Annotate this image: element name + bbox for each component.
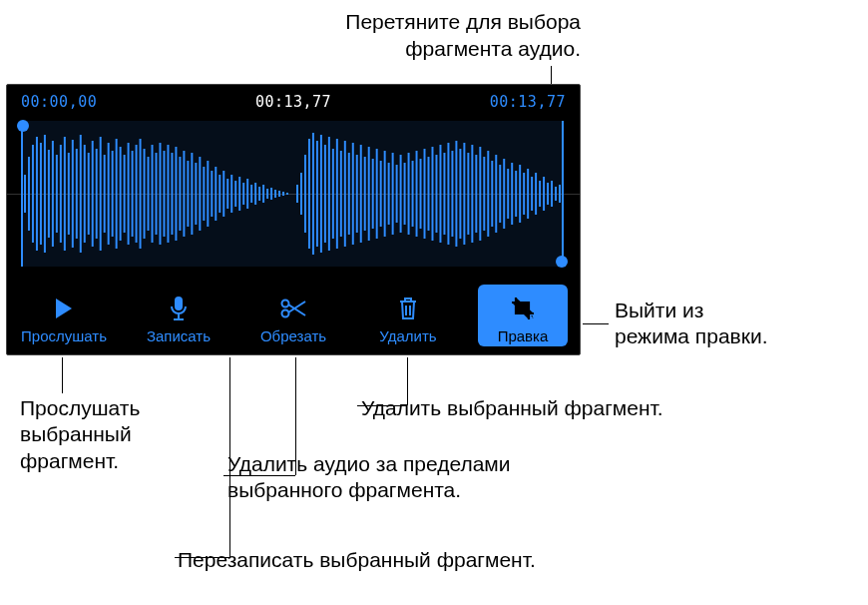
- callout-drag-select: Перетяните для выбора фрагмента аудио.: [0, 8, 581, 63]
- leader-line: [223, 475, 295, 476]
- waveform-area[interactable]: [21, 115, 566, 273]
- play-icon: [53, 294, 75, 323]
- time-start: 00:00,00: [21, 93, 97, 111]
- time-current: 00:13,77: [255, 93, 331, 111]
- edit-label: Правка: [498, 327, 549, 344]
- trash-icon: [397, 294, 419, 323]
- waveform-svg: [21, 115, 566, 273]
- editor-toolbar: Прослушать Записать Обрезать Удалить Пра…: [7, 283, 580, 354]
- leader-line: [175, 557, 229, 558]
- time-end: 00:13,77: [490, 93, 566, 111]
- leader-line: [229, 357, 230, 557]
- record-button[interactable]: Записать: [134, 285, 223, 346]
- callout-delete: Удалить выбранный фрагмент.: [361, 395, 860, 421]
- scissors-icon: [279, 294, 307, 323]
- mic-icon: [169, 294, 189, 323]
- edit-button[interactable]: Правка: [478, 285, 568, 346]
- play-label: Прослушать: [21, 327, 107, 344]
- audio-editor-panel: 00:00,00 00:13,77 00:13,77: [6, 84, 581, 355]
- leader-line: [407, 357, 408, 405]
- delete-label: Удалить: [379, 327, 436, 344]
- callout-trim: Удалить аудио за пределами выбранного фр…: [227, 451, 826, 504]
- svg-point-137: [282, 301, 289, 307]
- leader-line: [357, 405, 407, 406]
- leader-line: [295, 357, 296, 475]
- delete-button[interactable]: Удалить: [363, 285, 453, 346]
- record-label: Записать: [147, 327, 211, 344]
- play-button[interactable]: Прослушать: [19, 285, 109, 346]
- time-row: 00:00,00 00:13,77 00:13,77: [7, 85, 580, 111]
- callout-record: Перезаписать выбранный фрагмент.: [178, 547, 776, 573]
- crop-icon: [510, 294, 536, 323]
- trim-label: Обрезать: [260, 327, 326, 344]
- callout-listen: Прослушать выбранный фрагмент.: [20, 395, 219, 474]
- trim-button[interactable]: Обрезать: [248, 285, 338, 346]
- svg-rect-134: [175, 297, 183, 310]
- svg-point-138: [282, 310, 289, 317]
- callout-exit-edit: Выйти из режима правки.: [615, 298, 864, 350]
- leader-line: [62, 357, 63, 393]
- leader-line: [583, 323, 609, 324]
